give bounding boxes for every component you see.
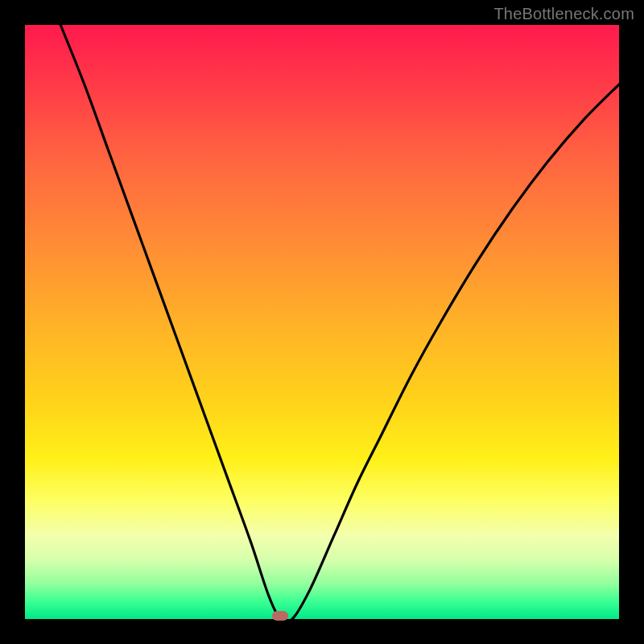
- optimal-marker: [272, 611, 288, 621]
- plot-area: [25, 25, 619, 619]
- watermark-text: TheBottleneck.com: [493, 5, 634, 23]
- chart-frame: TheBottleneck.com: [0, 0, 644, 644]
- bottleneck-curve: [25, 25, 619, 619]
